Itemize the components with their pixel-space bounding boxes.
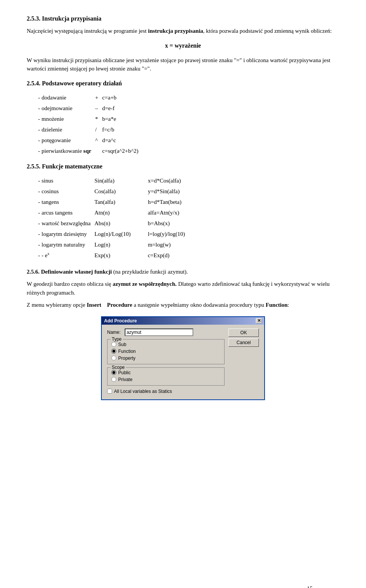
operators-table: - dodawanie + c=a+b - odejmowanie – d=e-… [38,92,142,156]
statics-checkbox-label: All Local variables as Statics [114,389,172,394]
op-example: f=c/b [102,124,142,135]
table-row: - dzielenie / f=c/b [38,124,142,135]
dialog-titlebar[interactable]: Add Procedure ✕ [102,317,264,325]
functions-table: - sinus Sin(alfa) x=d*Cos(alfa) - cosinu… [38,175,189,261]
section-heading-254: 2.5.4. Podstawowe operatory działań [27,80,339,87]
dash: - [38,197,42,207]
op-name: potęgowanie [42,135,95,146]
func-syntax: Log(n)/Log(10) [95,229,148,239]
func-example: y=d*Sin(alfa) [148,186,189,197]
radio-private[interactable] [111,377,116,382]
op-name: odejmowanie [42,103,95,114]
radio-sub-label: Sub [118,342,126,347]
func-name: logarytm dziesiętny [42,229,95,239]
radio-function-label: Function [118,349,136,354]
op-symbol [95,146,102,156]
op-symbol: ^ [95,135,102,146]
name-row: Name: [107,328,225,336]
section-heading-255: 2.5.5. Funkcje matematyczne [27,163,339,170]
name-input[interactable] [125,328,193,336]
dash: - [38,146,42,156]
func-syntax: Abs(n) [95,218,148,229]
formula-253: x = wyrażenie [27,42,339,49]
paragraph-253-1: Najczęściej występującą instrukcją w pro… [27,27,339,35]
func-example: c=Exp(d) [148,250,189,261]
statics-checkbox[interactable] [107,389,112,394]
close-icon[interactable]: ✕ [256,318,262,324]
table-row: - wartość bezwzględna Abs(n) b=Abs(x) [38,218,189,229]
table-row: - logarytm dziesiętny Log(n)/Log(10) l=l… [38,229,189,239]
op-symbol: + [95,92,102,103]
op-symbol: – [95,103,102,114]
ok-button[interactable]: OK [228,328,259,337]
radio-row-private: Private [111,377,220,382]
func-syntax: Cos(alfa) [95,186,148,197]
func-example: x=d*Cos(alfa) [148,175,189,186]
dialog-columns: Name: Type Sub Funct [107,328,259,394]
func-example: m=log(w) [148,239,189,250]
dash: - [38,229,42,239]
radio-public[interactable] [111,370,116,375]
op-example: d=e-f [102,103,142,114]
func-name: logarytm naturalny [42,239,95,250]
func-syntax: Tan(alfa) [95,197,148,207]
table-row: - dodawanie + c=a+b [38,92,142,103]
dash: - [38,175,42,186]
radio-row-function: Function [111,349,220,354]
table-row: - potęgowanie ^ d=a^c [38,135,142,146]
type-group: Type Sub Function Property [107,339,225,364]
func-example: h=d*Tan(beta) [148,197,189,207]
dash: - [38,135,42,146]
op-name: dodawanie [42,92,95,103]
dash: - [38,239,42,250]
radio-function[interactable] [111,349,116,354]
radio-sub[interactable] [111,342,116,347]
superscript-x: x [47,252,49,256]
radio-row-property: Property [111,356,220,361]
radio-property[interactable] [111,356,116,360]
dash: - [38,114,42,124]
op-example: d=a^c [102,135,142,146]
cancel-button[interactable]: Cancel [228,338,259,347]
func-syntax: Sin(alfa) [95,175,148,186]
func-example: alfa=Atn(y/x) [148,207,189,218]
table-row: - arcus tangens Atn(n) alfa=Atn(y/x) [38,207,189,218]
table-row: - odejmowanie – d=e-f [38,103,142,114]
add-procedure-dialog: Add Procedure ✕ Name: Type [101,316,265,400]
radio-row-sub: Sub [111,342,220,347]
radio-row-public: Public [111,370,220,375]
func-syntax: Log(n) [95,239,148,250]
func-name: wartość bezwzględna [42,218,95,229]
dialog-wrapper: Add Procedure ✕ Name: Type [101,316,265,400]
paragraph-256-1: W geodezji bardzo często oblicza się azy… [27,280,339,297]
radio-private-label: Private [118,377,132,382]
scope-group: Scope Public Private [107,367,225,386]
radio-property-label: Property [118,356,135,361]
dialog-right-panel: OK Cancel [228,328,259,347]
section-heading-256: 2.5.6. Definiowanie własnej funkcji (na … [27,268,339,276]
dash: - [38,250,42,261]
dash: - [38,103,42,114]
func-name: - ex [42,250,95,261]
dash: - [38,124,42,135]
op-example: c=sqr(a^2+b^2) [102,146,142,156]
type-group-label: Type [111,336,123,342]
func-example: l=log(y)/log(10) [148,229,189,239]
op-name: pierwiastkowanie sqr [42,146,95,156]
dash: - [38,92,42,103]
func-example: b=Abs(x) [148,218,189,229]
op-example: c=a+b [102,92,142,103]
table-row: - pierwiastkowanie sqr c=sqr(a^2+b^2) [38,146,142,156]
op-name: dzielenie [42,124,95,135]
table-row: - tangens Tan(alfa) h=d*Tan(beta) [38,197,189,207]
name-label: Name: [107,330,122,335]
func-name: cosinus [42,186,95,197]
dialog-title: Add Procedure [104,318,137,324]
paragraph-256-2: Z menu wybieramy opcje Insert Procedure … [27,301,339,309]
dialog-left-panel: Name: Type Sub Funct [107,328,225,394]
radio-public-label: Public [118,370,131,375]
dialog-body: Name: Type Sub Funct [102,325,264,399]
section-heading-253: 2.5.3. Instrukcja przypisania [27,15,339,22]
table-row: - - ex Exp(x) c=Exp(d) [38,250,189,261]
table-row: - logarytm naturalny Log(n) m=log(w) [38,239,189,250]
